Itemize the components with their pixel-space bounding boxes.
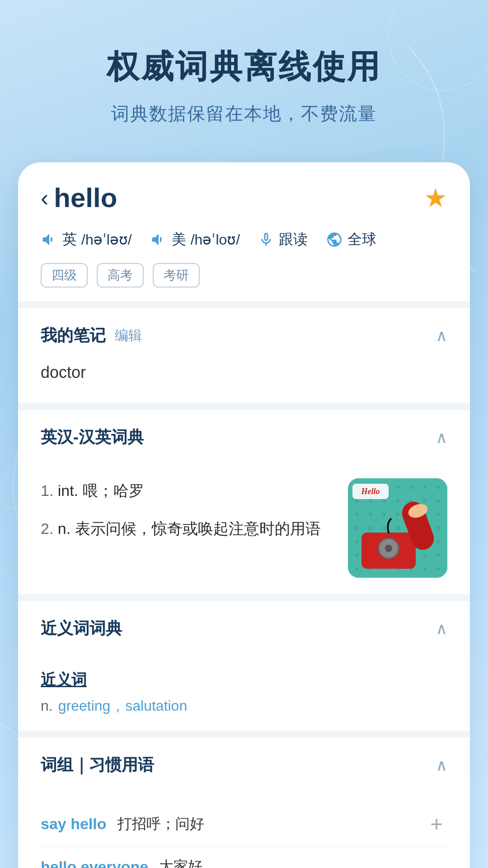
svg-point-7 [409,486,413,489]
phrase-item-2: hello everyone 大家好 [41,847,447,868]
microphone-icon [258,231,274,248]
phrase-zh-1: 打招呼；问好 [117,814,204,834]
svg-point-25 [369,526,372,530]
hero-subtitle: 词典数据保留在本地，不费流量 [27,101,461,126]
phrases-title: 词组｜习惯用语 [41,754,154,776]
svg-point-51 [436,567,440,571]
word-display: hello [54,182,117,213]
notes-content: doctor [18,363,470,403]
synonyms-row: n. greeting , salutation [41,698,447,714]
synonyms-chevron-icon: ∧ [436,619,447,638]
synonyms-content: 近义词 n. greeting , salutation [18,656,470,731]
svg-point-18 [369,513,372,516]
svg-point-9 [436,486,440,489]
global-button[interactable]: 全球 [326,230,376,250]
svg-point-24 [355,526,359,530]
global-label: 全球 [347,230,376,250]
svg-point-44 [436,553,440,557]
svg-point-10 [355,499,359,503]
global-icon [326,231,343,248]
speaker-british-icon [41,231,58,248]
word-title-row: ‹ hello ★ [41,182,447,213]
entry-meaning-1: 喂；哈罗 [83,482,144,499]
notes-chevron-icon: ∧ [436,326,447,345]
phrases-content: say hello 打招呼；问好 + hello everyone 大家好 [18,793,470,868]
hero-title: 权威词典离线使用 [27,45,461,89]
svg-point-11 [369,499,372,503]
synonym-greeting[interactable]: greeting [58,698,111,714]
synonyms-header[interactable]: 近义词词典 ∧ [18,601,470,656]
synonym-salutation[interactable]: salutation [125,698,187,714]
dict-entry-2: 2. n. 表示问候，惊奇或唤起注意时的用语 [41,516,334,541]
svg-point-19 [382,513,386,516]
svg-point-54 [385,545,392,552]
phrase-zh-2: 大家好 [159,857,202,868]
follow-read-button[interactable]: 跟读 [258,230,308,250]
tag-cet4: 四级 [41,263,88,288]
notes-title-group: 我的笔记 编辑 [41,325,142,347]
word-header: ‹ hello ★ 英 /həˈləʊ/ 美 /həˈloʊ/ [18,162,470,301]
synonym-comma: , [116,698,120,714]
dict-header[interactable]: 英汉-汉英词典 ∧ [18,410,470,465]
svg-point-12 [382,499,386,503]
dict-chevron-icon: ∧ [436,428,447,447]
svg-point-17 [355,513,359,516]
pronunciation-row: 英 /həˈləʊ/ 美 /həˈloʊ/ 跟读 [41,230,447,250]
tag-kaoyan: 考研 [153,263,200,288]
svg-point-15 [423,499,427,503]
svg-point-13 [396,499,399,503]
phrase-en-2[interactable]: hello everyone [41,858,148,868]
notes-edit-button[interactable]: 编辑 [115,326,142,345]
word-back-title: ‹ hello [41,182,117,213]
synonyms-subtitle: 近义词 [41,670,447,690]
svg-point-16 [436,499,440,503]
svg-point-8 [423,486,427,489]
phrase-left-1: say hello 打招呼；问好 [41,814,426,834]
svg-point-27 [396,526,399,530]
phone-illustration: Hello [348,478,447,578]
phrases-chevron-icon: ∧ [436,756,447,775]
phrases-section: 词组｜习惯用语 ∧ say hello 打招呼；问好 + hello every… [18,738,470,868]
svg-point-26 [382,526,386,530]
american-phonetic: /həˈloʊ/ [191,231,240,248]
american-label: 美 [172,230,186,250]
svg-text:Hello: Hello [361,487,380,496]
phrases-header[interactable]: 词组｜习惯用语 ∧ [18,738,470,793]
notes-title: 我的笔记 [41,325,106,347]
phrase-left-2: hello everyone 大家好 [41,857,447,868]
svg-point-37 [436,540,440,543]
dictionary-image: Hello [348,478,447,578]
synonyms-section: 近义词词典 ∧ 近义词 n. greeting , salutation [18,601,470,731]
svg-point-23 [436,513,440,516]
british-pronunciation[interactable]: 英 /həˈləʊ/ [41,230,132,250]
exam-tags: 四级 高考 考研 [41,263,447,288]
dict-content: 1. int. 喂；哈罗 2. n. 表示问候，惊奇或唤起注意时的用语 [18,465,470,594]
star-favorite-button[interactable]: ★ [424,183,447,213]
american-pronunciation[interactable]: 美 /həˈloʊ/ [150,230,240,250]
svg-point-20 [396,513,399,516]
speaker-american-icon [150,231,167,248]
entry-meaning-2: 表示问候，惊奇或唤起注意时的用语 [75,520,321,537]
entry-num-2: 2. [41,520,53,537]
svg-point-38 [355,553,359,557]
british-label: 英 [62,230,77,250]
synonyms-title: 近义词词典 [41,618,122,640]
my-notes-section: 我的笔记 编辑 ∧ doctor [18,308,470,403]
entry-pos-2: n. [58,520,70,537]
svg-point-43 [423,553,427,557]
svg-point-45 [355,567,359,571]
tag-gaokao: 高考 [97,263,144,288]
svg-point-6 [396,486,399,489]
phrase-add-button-1[interactable]: + [426,811,447,836]
dict-title: 英汉-汉英词典 [41,426,144,448]
hero-section: 权威词典离线使用 词典数据保留在本地，不费流量 [0,0,488,153]
my-notes-header[interactable]: 我的笔记 编辑 ∧ [18,308,470,363]
dictionary-card: ‹ hello ★ 英 /həˈləʊ/ 美 /həˈloʊ/ [18,162,470,868]
entry-num-1: 1. [41,482,53,499]
phrase-en-1[interactable]: say hello [41,815,107,833]
dict-entry-1: 1. int. 喂；哈罗 [41,478,334,503]
entry-pos-1: int. [58,482,78,499]
back-button[interactable]: ‹ [41,186,48,210]
phrase-item-1: say hello 打招呼；问好 + [41,802,447,846]
british-phonetic: /həˈləʊ/ [81,231,132,248]
